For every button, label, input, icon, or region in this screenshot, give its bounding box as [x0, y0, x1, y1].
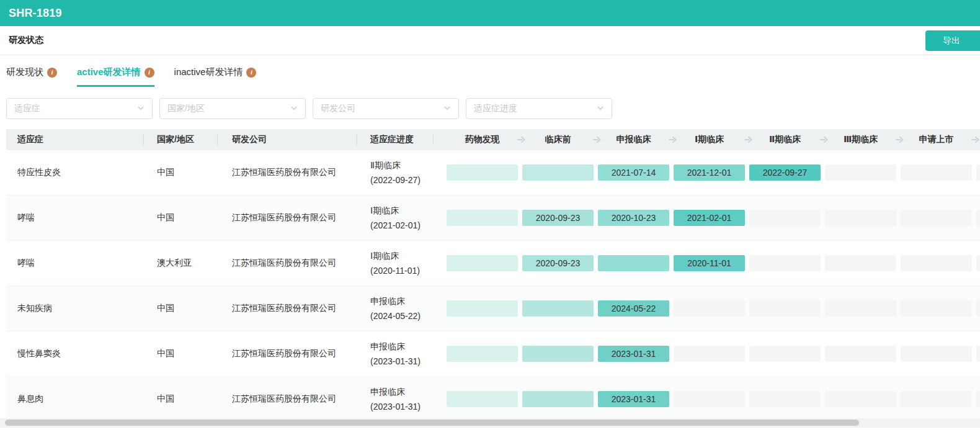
indication-cell: 特应性皮炎 [6, 150, 143, 195]
phase-bar-empty [749, 391, 821, 407]
scrollbar-track[interactable] [0, 418, 980, 428]
phase-bars: 2020-09-232020-11-01 [433, 241, 980, 286]
company-cell: 江苏恒瑞医药股份有限公司 [217, 241, 357, 286]
company-cell: 江苏恒瑞医药股份有限公司 [217, 331, 357, 376]
progress-cell: Ⅰ期临床(2021-02-01) [357, 196, 433, 240]
progress-cell: 申报临床(2023-01-31) [357, 377, 433, 421]
filter-placeholder: 研发公司 [321, 103, 355, 114]
app-header-bar: SHR-1819 [0, 0, 980, 26]
progress-text: Ⅱ期临床(2022-09-27) [370, 158, 421, 187]
phase-label: Ⅰ期临床 [695, 134, 724, 144]
phase-bar-empty [901, 391, 972, 407]
phase-bar: 2020-11-01 [674, 255, 745, 271]
phase-bar-empty [674, 346, 745, 362]
progress-cell: Ⅰ期临床(2020-11-01) [357, 241, 433, 286]
phase-bars: 2021-07-142021-12-012022-09-27 [433, 150, 980, 195]
company-cell: 江苏恒瑞医药股份有限公司 [217, 286, 357, 331]
phase-column-header: 申报临床 [598, 134, 669, 145]
progress-phase: 申报临床 [370, 339, 421, 354]
phase-bars: 2023-01-31 [433, 377, 980, 421]
section-header: 研发状态 导出 [0, 26, 980, 55]
phase-bar [447, 300, 518, 317]
filter-select-1[interactable]: 国家/地区 [159, 98, 306, 119]
section-title: 研发状态 [9, 35, 43, 46]
table-row[interactable]: 未知疾病中国江苏恒瑞医药股份有限公司申报临床(2024-05-22)2024-0… [6, 286, 980, 331]
tab-rd-status[interactable]: 研发现状i [6, 66, 57, 87]
progress-text: 申报临床(2024-05-22) [370, 294, 421, 323]
phase-bar-empty [674, 391, 745, 407]
phase-bar-empty [901, 300, 972, 317]
phase-bar [522, 164, 594, 181]
phase-bar [522, 346, 594, 362]
phase-label: 申报临床 [617, 134, 651, 144]
indication-cell: 未知疾病 [6, 286, 143, 331]
region-cell: 澳大利亚 [143, 241, 217, 286]
tab-label: active研发详情 [77, 66, 141, 78]
region-cell: 中国 [143, 377, 217, 421]
table-row[interactable]: 特应性皮炎中国江苏恒瑞医药股份有限公司Ⅱ期临床(2022-09-27)2021-… [6, 150, 980, 196]
phase-bar: 2020-09-23 [522, 210, 594, 226]
filter-select-3[interactable]: 适应症进度 [466, 98, 612, 119]
indication-cell: 鼻息肉 [6, 377, 143, 421]
phase-column-header: 药物发现 [447, 134, 518, 145]
phase-bar: 2020-10-23 [598, 210, 669, 226]
chevron-down-icon [137, 103, 145, 114]
table-row[interactable]: 鼻息肉中国江苏恒瑞医药股份有限公司申报临床(2023-01-31)2023-01… [6, 377, 980, 422]
phase-bar [447, 164, 518, 181]
phase-bar: 2022-09-27 [749, 164, 821, 181]
export-button[interactable]: 导出 [925, 30, 980, 51]
table-row[interactable]: 慢性鼻窦炎中国江苏恒瑞医药股份有限公司申报临床(2023-01-31)2023-… [6, 331, 980, 377]
info-icon[interactable]: i [145, 68, 154, 78]
info-icon[interactable]: i [246, 68, 256, 78]
filter-placeholder: 国家/地区 [167, 103, 205, 114]
phase-bar: 2020-09-23 [522, 255, 594, 271]
filter-select-0[interactable]: 适应症 [6, 98, 153, 119]
info-icon[interactable]: i [47, 68, 57, 78]
scrollbar-thumb[interactable] [5, 420, 859, 426]
phase-bar-empty [825, 300, 896, 317]
table-body: 特应性皮炎中国江苏恒瑞医药股份有限公司Ⅱ期临床(2022-09-27)2021-… [6, 150, 980, 422]
region-cell: 中国 [143, 286, 217, 331]
phase-bar-empty [976, 164, 980, 181]
phase-bar-empty [901, 210, 972, 226]
phase-bar-empty [825, 346, 896, 362]
filter-placeholder: 适应症 [14, 103, 40, 114]
progress-date: (2023-01-31) [370, 354, 421, 369]
region-cell: 中国 [143, 331, 217, 376]
phase-header-area: 药物发现临床前申报临床Ⅰ期临床Ⅱ期临床Ⅲ期临床申请上市 [433, 129, 980, 150]
pipeline-table: 适应症国家/地区研发公司适应症进度药物发现临床前申报临床Ⅰ期临床Ⅱ期临床Ⅲ期临床… [6, 129, 980, 422]
column-header: 研发公司 [217, 129, 357, 150]
chevron-down-icon [290, 103, 298, 114]
progress-cell: 申报临床(2023-01-31) [357, 331, 433, 376]
progress-text: Ⅰ期临床(2021-02-01) [370, 203, 421, 233]
phase-bar [447, 255, 518, 271]
progress-phase: Ⅱ期临床 [370, 158, 421, 173]
table-row[interactable]: 哮喘澳大利亚江苏恒瑞医药股份有限公司Ⅰ期临床(2020-11-01)2020-0… [6, 241, 980, 286]
chevron-down-icon [597, 103, 604, 114]
column-header: 适应症进度 [357, 129, 433, 150]
phase-bars: 2020-09-232020-10-232021-02-01 [433, 196, 980, 240]
filter-select-2[interactable]: 研发公司 [313, 98, 459, 119]
table-row[interactable]: 哮喘中国江苏恒瑞医药股份有限公司Ⅰ期临床(2021-02-01)2020-09-… [6, 196, 980, 241]
table-header-row: 适应症国家/地区研发公司适应症进度药物发现临床前申报临床Ⅰ期临床Ⅱ期临床Ⅲ期临床… [6, 129, 980, 150]
phase-bar-empty [749, 300, 821, 317]
progress-date: (2022-09-27) [370, 173, 421, 187]
phase-column-header: 临床前 [522, 134, 594, 145]
phase-bar-empty [674, 300, 745, 317]
tab-inactive-detail[interactable]: inactive研发详情i [174, 66, 257, 87]
filter-bar: 适应症国家/地区研发公司适应症进度 [6, 98, 980, 119]
progress-text: 申报临床(2023-01-31) [370, 339, 421, 369]
arrow-right-icon [971, 137, 980, 143]
region-cell: 中国 [143, 150, 217, 195]
tab-active-detail[interactable]: active研发详情i [77, 66, 154, 87]
phase-label: 临床前 [545, 134, 571, 144]
indication-cell: 哮喘 [6, 241, 143, 286]
progress-date: (2023-01-31) [370, 399, 421, 414]
phase-bar-empty [901, 255, 972, 271]
phase-bar: 2021-07-14 [598, 164, 669, 181]
phase-bar [522, 391, 594, 407]
indication-cell: 哮喘 [6, 196, 143, 240]
tab-label: 研发现状 [6, 66, 43, 78]
phase-bar-empty [976, 255, 980, 271]
phase-column-header: Ⅱ期临床 [749, 134, 821, 145]
